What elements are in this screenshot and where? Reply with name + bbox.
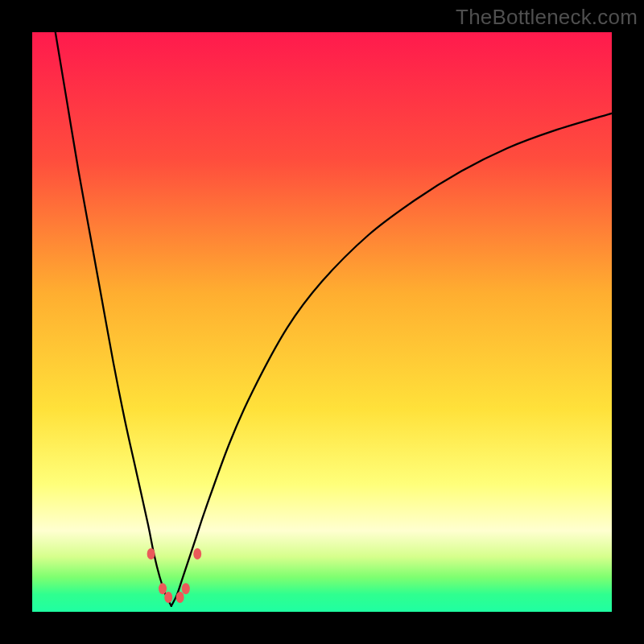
notch-marker [193, 548, 201, 559]
notch-marker [159, 583, 167, 594]
notch-marker [176, 592, 184, 603]
notch-marker [182, 583, 190, 594]
notch-marker [147, 548, 155, 559]
chart-frame: TheBottleneck.com [0, 0, 644, 644]
watermark-text: TheBottleneck.com [456, 5, 638, 30]
notch-marker [164, 592, 172, 603]
chart-svg [32, 32, 612, 612]
gradient-background [32, 32, 612, 612]
plot-area [32, 32, 612, 612]
